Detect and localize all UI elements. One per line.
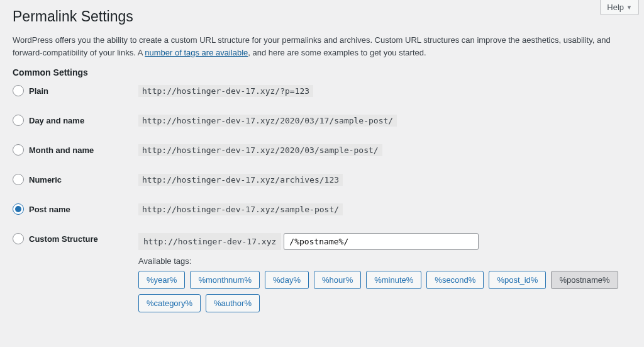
custom-structure-input[interactable] (284, 233, 479, 250)
example-plain: http://hostinger-dev-17.xyz/?p=123 (138, 85, 313, 97)
option-month-and-name: Month and name http://hostinger-dev-17.x… (13, 144, 631, 156)
caret-down-icon: ▼ (626, 4, 632, 11)
tag-buttons: %year% %monthnum% %day% %hour% %minute% … (138, 271, 631, 312)
tag-category[interactable]: %category% (138, 294, 201, 312)
radio-post-name[interactable] (13, 203, 24, 215)
tag-author[interactable]: %author% (206, 294, 260, 312)
option-day-and-name: Day and name http://hostinger-dev-17.xyz… (13, 115, 631, 127)
tag-minute[interactable]: %minute% (366, 271, 421, 289)
example-month-and-name: http://hostinger-dev-17.xyz/2020/03/samp… (138, 144, 382, 156)
example-post-name: http://hostinger-dev-17.xyz/sample-post/ (138, 203, 343, 215)
tag-monthnum[interactable]: %monthnum% (190, 271, 260, 289)
radio-numeric-label[interactable]: Numeric (29, 175, 62, 185)
tag-hour[interactable]: %hour% (314, 271, 361, 289)
radio-day-and-name-label[interactable]: Day and name (29, 116, 84, 125)
page-title: Permalink Settings (13, 3, 631, 28)
radio-plain[interactable] (13, 85, 24, 96)
section-heading: Common Settings (13, 67, 631, 77)
example-numeric: http://hostinger-dev-17.xyz/archives/123 (138, 174, 343, 186)
tags-available-link[interactable]: number of tags are available (145, 48, 248, 57)
option-plain: Plain http://hostinger-dev-17.xyz/?p=123 (13, 85, 631, 97)
radio-custom-structure-label[interactable]: Custom Structure (29, 234, 98, 244)
tag-day[interactable]: %day% (265, 271, 309, 289)
available-tags-label: Available tags: (138, 256, 631, 266)
radio-month-and-name[interactable] (13, 144, 24, 156)
example-day-and-name: http://hostinger-dev-17.xyz/2020/03/17/s… (138, 115, 397, 127)
tag-postname[interactable]: %postname% (551, 271, 618, 289)
tag-second[interactable]: %second% (426, 271, 484, 289)
radio-plain-label[interactable]: Plain (29, 86, 48, 96)
option-custom-structure: Custom Structure http://hostinger-dev-17… (13, 233, 631, 250)
radio-month-and-name-label[interactable]: Month and name (29, 145, 94, 155)
radio-custom-structure[interactable] (13, 233, 24, 244)
help-label: Help (607, 3, 624, 12)
radio-day-and-name[interactable] (13, 115, 24, 126)
option-post-name: Post name http://hostinger-dev-17.xyz/sa… (13, 203, 631, 215)
tag-year[interactable]: %year% (138, 271, 185, 289)
radio-post-name-label[interactable]: Post name (29, 205, 70, 214)
intro-text: WordPress offers you the ability to crea… (13, 34, 631, 59)
option-numeric: Numeric http://hostinger-dev-17.xyz/arch… (13, 174, 631, 186)
custom-prefix: http://hostinger-dev-17.xyz (138, 233, 281, 250)
intro-after: , and here are some examples to get you … (248, 48, 426, 57)
help-toggle[interactable]: Help ▼ (600, 0, 639, 15)
radio-numeric[interactable] (13, 174, 24, 185)
tag-post-id[interactable]: %post_id% (489, 271, 546, 289)
